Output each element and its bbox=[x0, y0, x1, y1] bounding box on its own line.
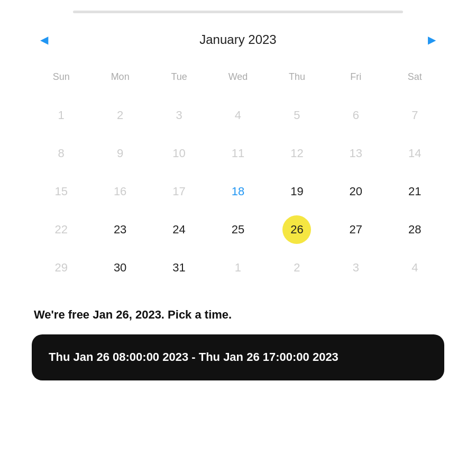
day-cell[interactable]: 5 bbox=[268, 96, 326, 134]
day-cell[interactable]: 13 bbox=[326, 134, 385, 172]
day-cell[interactable]: 6 bbox=[326, 96, 385, 134]
day-circle: 19 bbox=[282, 177, 311, 206]
day-cell[interactable]: 25 bbox=[208, 211, 267, 249]
day-header-tue: Tue bbox=[150, 66, 208, 91]
day-cell[interactable]: 3 bbox=[150, 96, 208, 134]
day-circle: 14 bbox=[400, 139, 429, 168]
day-cell[interactable]: 20 bbox=[326, 172, 385, 211]
day-cell[interactable]: 23 bbox=[90, 211, 149, 249]
day-cell[interactable]: 21 bbox=[386, 172, 444, 211]
day-cell[interactable]: 4 bbox=[208, 96, 267, 134]
day-cell[interactable]: 31 bbox=[150, 249, 208, 287]
day-cell[interactable]: 2 bbox=[268, 249, 326, 287]
day-cell[interactable]: 3 bbox=[326, 249, 385, 287]
day-cell[interactable]: 26 bbox=[268, 211, 326, 249]
day-header-sat: Sat bbox=[386, 66, 444, 91]
day-circle: 3 bbox=[165, 101, 194, 130]
day-circle: 5 bbox=[282, 101, 311, 130]
day-header-wed: Wed bbox=[208, 66, 267, 91]
day-circle: 25 bbox=[224, 215, 252, 244]
day-circle: 10 bbox=[165, 139, 194, 168]
day-circle: 1 bbox=[47, 101, 76, 130]
day-cell[interactable]: 1 bbox=[208, 249, 267, 287]
day-cell[interactable]: 28 bbox=[386, 211, 444, 249]
day-circle: 3 bbox=[342, 253, 370, 282]
day-cell[interactable]: 30 bbox=[90, 249, 149, 287]
day-circle: 31 bbox=[165, 253, 194, 282]
day-circle: 2 bbox=[106, 101, 134, 130]
day-circle: 21 bbox=[400, 177, 429, 206]
day-circle: 15 bbox=[47, 177, 76, 206]
day-cell[interactable]: 27 bbox=[326, 211, 385, 249]
day-circle: 28 bbox=[400, 215, 429, 244]
next-month-button[interactable]: ▶ bbox=[419, 29, 444, 50]
day-circle: 22 bbox=[47, 215, 76, 244]
day-cell[interactable]: 7 bbox=[386, 96, 444, 134]
day-cell[interactable]: 22 bbox=[32, 211, 90, 249]
day-circle: 26 bbox=[282, 215, 311, 244]
day-headers: SunMonTueWedThuFriSat bbox=[32, 66, 444, 91]
month-title: January 2023 bbox=[57, 32, 419, 47]
day-circle: 9 bbox=[106, 139, 134, 168]
day-circle: 27 bbox=[342, 215, 370, 244]
day-circle: 7 bbox=[400, 101, 429, 130]
day-header-mon: Mon bbox=[90, 66, 149, 91]
day-cell[interactable]: 8 bbox=[32, 134, 90, 172]
day-header-fri: Fri bbox=[326, 66, 385, 91]
day-circle: 20 bbox=[342, 177, 370, 206]
day-circle: 30 bbox=[106, 253, 134, 282]
days-grid: 1234567891011121314151617181920212223242… bbox=[32, 96, 444, 287]
calendar-container: ◀ January 2023 ▶ SunMonTueWedThuFriSat 1… bbox=[11, 0, 465, 402]
day-cell[interactable]: 17 bbox=[150, 172, 208, 211]
day-circle: 12 bbox=[282, 139, 311, 168]
day-header-sun: Sun bbox=[32, 66, 90, 91]
day-circle: 4 bbox=[224, 101, 252, 130]
day-circle: 23 bbox=[106, 215, 134, 244]
day-cell[interactable]: 11 bbox=[208, 134, 267, 172]
day-cell[interactable]: 19 bbox=[268, 172, 326, 211]
day-cell[interactable]: 12 bbox=[268, 134, 326, 172]
day-circle: 2 bbox=[282, 253, 311, 282]
day-circle: 6 bbox=[342, 101, 370, 130]
day-cell[interactable]: 2 bbox=[90, 96, 149, 134]
day-cell[interactable]: 24 bbox=[150, 211, 208, 249]
month-header: ◀ January 2023 ▶ bbox=[32, 29, 444, 50]
day-circle: 16 bbox=[106, 177, 134, 206]
scroll-hint bbox=[73, 11, 403, 13]
day-cell[interactable]: 15 bbox=[32, 172, 90, 211]
calendar-grid: SunMonTueWedThuFriSat 123456789101112131… bbox=[32, 66, 444, 287]
time-slot-button[interactable]: Thu Jan 26 08:00:00 2023 - Thu Jan 26 17… bbox=[32, 334, 444, 380]
day-cell[interactable]: 16 bbox=[90, 172, 149, 211]
day-cell[interactable]: 1 bbox=[32, 96, 90, 134]
day-cell[interactable]: 18 bbox=[208, 172, 267, 211]
day-circle: 11 bbox=[224, 139, 252, 168]
day-circle: 8 bbox=[47, 139, 76, 168]
day-cell[interactable]: 14 bbox=[386, 134, 444, 172]
day-circle: 18 bbox=[224, 177, 252, 206]
day-cell[interactable]: 10 bbox=[150, 134, 208, 172]
day-cell[interactable]: 9 bbox=[90, 134, 149, 172]
day-circle: 29 bbox=[47, 253, 76, 282]
day-cell[interactable]: 4 bbox=[386, 249, 444, 287]
day-circle: 1 bbox=[224, 253, 252, 282]
day-circle: 13 bbox=[342, 139, 370, 168]
day-cell[interactable]: 29 bbox=[32, 249, 90, 287]
day-header-thu: Thu bbox=[268, 66, 326, 91]
free-time-message: We're free Jan 26, 2023. Pick a time. bbox=[32, 308, 444, 322]
day-circle: 4 bbox=[400, 253, 429, 282]
day-circle: 17 bbox=[165, 177, 194, 206]
prev-month-button[interactable]: ◀ bbox=[32, 29, 57, 50]
day-circle: 24 bbox=[165, 215, 194, 244]
